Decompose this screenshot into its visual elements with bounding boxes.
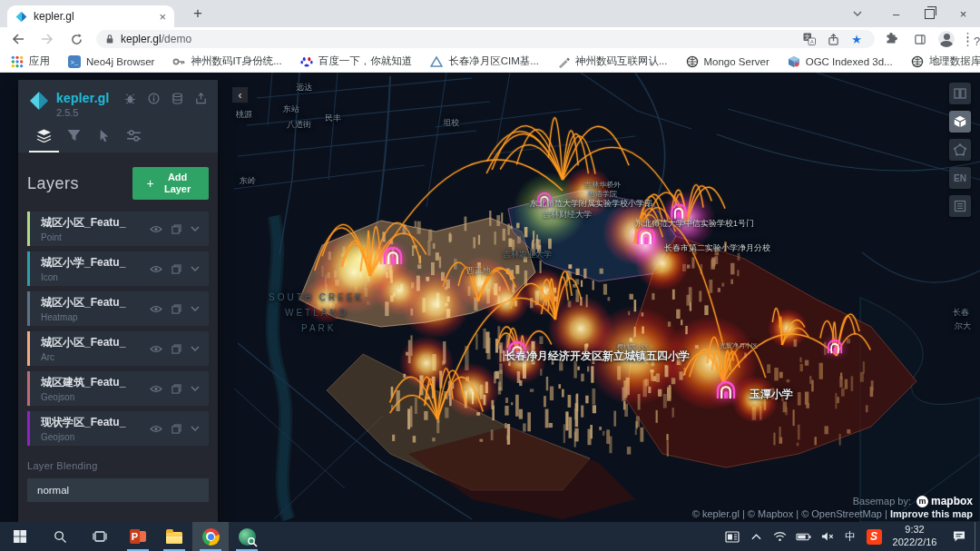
show-desktop-button[interactable] xyxy=(975,522,980,551)
mapbox-logo[interactable]: m mapbox xyxy=(916,495,973,507)
duplicate-layer-icon[interactable] xyxy=(172,304,181,314)
cube-3d-icon xyxy=(788,55,800,68)
windows-taskbar: P 中 xyxy=(0,522,980,551)
extensions-puzzle-icon[interactable] xyxy=(880,28,902,50)
bookmark-star-icon[interactable]: ★ xyxy=(848,31,866,47)
bookmark-1[interactable]: 应用 xyxy=(11,54,50,68)
tab-close-icon[interactable]: × xyxy=(159,11,166,23)
duplicate-layer-icon[interactable] xyxy=(172,424,181,434)
baidu-icon xyxy=(300,55,313,68)
duplicate-layer-icon[interactable] xyxy=(172,384,181,394)
bookmark-6[interactable]: 神州数码互联网认... xyxy=(557,54,668,68)
reload-icon[interactable] xyxy=(65,28,87,50)
split-map-button[interactable] xyxy=(949,83,971,104)
add-layer-button[interactable]: +Add Layer xyxy=(132,167,209,200)
legend-button[interactable] xyxy=(949,195,971,217)
bookmark-2[interactable]: >_Neo4j Browser xyxy=(68,55,154,68)
taskbar-gis-app[interactable] xyxy=(229,522,265,551)
layer-type-label: Geojson xyxy=(41,432,150,442)
layer-blending-select[interactable]: normal xyxy=(27,478,209,502)
layer-type-label: Geojson xyxy=(41,392,150,402)
browser-tab[interactable]: kepler.gl × xyxy=(7,5,174,27)
bookmark-8[interactable]: OGC Indexed 3d... xyxy=(788,55,893,68)
task-view-icon[interactable] xyxy=(80,522,120,551)
share-icon[interactable] xyxy=(824,31,842,47)
sidebar-collapse-button[interactable]: ‹ xyxy=(232,87,248,103)
expand-layer-icon[interactable] xyxy=(191,226,200,231)
browser-toolbar: kepler.gl /demo 文A ★ ⋮⋮? xyxy=(0,27,980,51)
visibility-eye-icon[interactable] xyxy=(150,345,162,353)
taskbar-chrome[interactable] xyxy=(192,522,229,551)
kepler-favicon xyxy=(15,11,27,23)
expand-layer-icon[interactable] xyxy=(191,346,200,351)
visibility-eye-icon[interactable] xyxy=(150,305,162,313)
layer-item-5[interactable]: 城区建筑_Featu_Geojson xyxy=(27,371,209,406)
bookmark-4[interactable]: 百度一下，你就知道 xyxy=(300,54,413,68)
map-canvas[interactable]: 远达东站八道街民丰桃源东岭坦校西工地SOUTH CREEKWETLANDPARK… xyxy=(0,73,980,522)
translate-icon[interactable]: 文A xyxy=(800,31,818,47)
visibility-eye-icon[interactable] xyxy=(150,225,162,233)
action-center-icon[interactable] xyxy=(944,522,975,551)
chrome-menu-icon[interactable]: ⋮⋮? xyxy=(962,34,973,44)
tray-wifi-icon[interactable] xyxy=(768,522,791,551)
address-bar[interactable]: kepler.gl /demo 文A ★ xyxy=(96,30,875,48)
draw-polygon-button[interactable] xyxy=(949,139,971,161)
export-icon[interactable] xyxy=(195,93,207,104)
taskbar-clock[interactable]: 9:32 2022/2/16 xyxy=(886,522,944,551)
taskbar-powerpoint[interactable]: P xyxy=(120,522,156,551)
profile-avatar[interactable] xyxy=(938,31,955,47)
bug-report-icon[interactable] xyxy=(124,93,136,104)
tray-chevron-up-icon[interactable] xyxy=(744,522,768,551)
layer-item-6[interactable]: 现状学区_Featu_Geojson xyxy=(27,411,209,446)
layer-item-2[interactable]: 城区小学_Featu_Icon xyxy=(27,251,209,286)
bookmark-7[interactable]: Mongo Server xyxy=(686,55,769,68)
layer-color-bar xyxy=(27,251,30,286)
tab-layers[interactable] xyxy=(29,129,59,153)
toggle-3d-button[interactable] xyxy=(949,111,971,133)
minimize-button[interactable]: – xyxy=(879,0,913,27)
expand-layer-icon[interactable] xyxy=(191,306,200,311)
screen: kepler.gl × + – × kepler.gl /demo xyxy=(0,0,980,551)
bookmark-3[interactable]: 神州数码IT身份统... xyxy=(172,54,281,68)
tray-volume-muted-icon[interactable] xyxy=(815,522,838,551)
forward-icon[interactable] xyxy=(36,28,58,50)
new-tab-button[interactable]: + xyxy=(187,4,209,24)
layer-item-3[interactable]: 城区小区_Featu_Heatmap xyxy=(27,291,209,326)
tray-news-icon[interactable] xyxy=(720,522,744,551)
tray-ime-indicator[interactable]: 中 xyxy=(838,522,862,551)
start-button[interactable] xyxy=(0,522,40,551)
expand-layer-icon[interactable] xyxy=(191,266,200,271)
expand-layer-icon[interactable] xyxy=(191,426,200,431)
close-button[interactable]: × xyxy=(946,0,980,27)
tab-basemap-settings[interactable] xyxy=(119,129,149,153)
info-icon[interactable] xyxy=(148,93,160,104)
database-icon[interactable] xyxy=(172,93,183,104)
bookmark-5[interactable]: 长春净月区CIM基... xyxy=(430,54,539,68)
taskbar-search-icon[interactable] xyxy=(40,522,80,551)
duplicate-layer-icon[interactable] xyxy=(172,264,181,274)
duplicate-layer-icon[interactable] xyxy=(172,224,181,234)
visibility-eye-icon[interactable] xyxy=(150,265,162,273)
expand-layer-icon[interactable] xyxy=(191,386,200,391)
restore-button[interactable] xyxy=(913,0,946,27)
tray-sogou-icon[interactable]: S xyxy=(862,522,886,551)
tray-battery-icon[interactable] xyxy=(791,522,815,551)
duplicate-layer-icon[interactable] xyxy=(172,344,181,354)
taskbar-file-explorer[interactable] xyxy=(156,522,192,551)
clock-time: 9:32 xyxy=(905,524,924,536)
bookmark-9[interactable]: 地理数据库管理—... xyxy=(911,54,980,68)
attribution-text: © kepler.gl | © Mapbox | © OpenStreetMap… xyxy=(692,508,890,519)
tab-search-icon[interactable] xyxy=(846,0,869,27)
visibility-eye-icon[interactable] xyxy=(150,425,162,433)
tab-filters[interactable] xyxy=(59,129,89,153)
back-icon[interactable] xyxy=(7,28,29,50)
tab-interactions[interactable] xyxy=(89,129,119,153)
layer-item-1[interactable]: 城区小区_Featu_Point xyxy=(27,212,209,246)
key-icon xyxy=(172,55,185,68)
side-panel-icon[interactable] xyxy=(909,28,931,50)
locale-button[interactable]: EN xyxy=(949,167,971,189)
improve-map-link[interactable]: Improve this map xyxy=(890,508,973,519)
visibility-eye-icon[interactable] xyxy=(150,385,162,393)
bookmark-label: 神州数码IT身份统... xyxy=(191,54,281,68)
layer-item-4[interactable]: 城区小区_Featu_Arc xyxy=(27,331,209,366)
